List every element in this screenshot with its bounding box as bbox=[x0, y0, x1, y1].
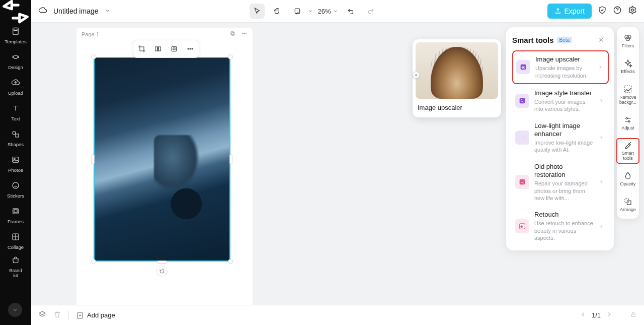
resize-handle-se[interactable] bbox=[228, 259, 233, 264]
nav-text[interactable]: Text bbox=[0, 100, 31, 125]
rail-adjust-label: Adjust bbox=[621, 126, 634, 131]
left-sidebar: Templates Design Upload Text Shapes Phot… bbox=[0, 0, 31, 325]
canvas-image bbox=[94, 57, 230, 262]
crop-image-button[interactable] bbox=[135, 42, 148, 55]
stickers-icon bbox=[11, 181, 20, 192]
crop-dropdown-icon[interactable] bbox=[308, 7, 313, 16]
rail-filters[interactable]: Filters bbox=[617, 31, 639, 51]
tool-image-upscaler[interactable]: 4K Image upscaler Upscale images by incr… bbox=[512, 50, 609, 84]
resize-handle-s[interactable] bbox=[157, 261, 167, 264]
smart-panel-header: Smart tools Beta bbox=[512, 34, 612, 45]
document-title[interactable]: Untitled image bbox=[53, 7, 99, 15]
resize-handle-sw[interactable] bbox=[91, 259, 96, 264]
tool-lowlight[interactable]: Low-light image enhancer Improve low-lig… bbox=[512, 118, 609, 158]
layers-icon[interactable] bbox=[38, 310, 46, 320]
svg-point-16 bbox=[244, 33, 245, 34]
tool-old-photo[interactable]: Old photo restoration Repair your damage… bbox=[512, 159, 609, 206]
hand-tool[interactable] bbox=[270, 4, 285, 19]
zoom-level[interactable]: 26% bbox=[318, 8, 338, 15]
svg-rect-4 bbox=[13, 157, 19, 163]
nav-stickers[interactable]: Stickers bbox=[0, 177, 31, 203]
rail-adjust[interactable]: Adjust bbox=[617, 113, 639, 133]
prev-page-button[interactable] bbox=[580, 311, 587, 320]
page-header: Page 1 bbox=[76, 28, 253, 41]
style-transfer-icon bbox=[515, 94, 529, 108]
nav-photos[interactable]: Photos bbox=[0, 151, 31, 177]
nav-frames[interactable]: Frames bbox=[0, 203, 31, 228]
zoom-value: 26% bbox=[318, 8, 331, 15]
title-zone: Untitled image bbox=[38, 6, 111, 17]
trash-icon[interactable] bbox=[53, 310, 61, 320]
style-transfer-desc: Convert your images into various styles. bbox=[534, 98, 594, 113]
nav-shapes[interactable]: Shapes bbox=[0, 125, 31, 151]
resize-handle-w[interactable] bbox=[92, 154, 95, 164]
svg-point-17 bbox=[246, 33, 246, 34]
page-label: Page 1 bbox=[82, 31, 99, 37]
nav-stickers-label: Stickers bbox=[7, 193, 24, 199]
nav-shapes-label: Shapes bbox=[8, 142, 24, 147]
nav-templates[interactable]: Templates bbox=[0, 23, 31, 48]
upscaler-title: Image upscaler bbox=[535, 55, 593, 63]
svg-rect-18 bbox=[155, 47, 157, 51]
crop-tool[interactable] bbox=[290, 4, 305, 19]
add-page-button[interactable]: Add page bbox=[76, 311, 115, 319]
tool-style-transfer[interactable]: Image style transfer Convert your images… bbox=[512, 85, 609, 117]
rail-opacity-label: Opacity bbox=[620, 182, 636, 187]
next-page-button[interactable] bbox=[606, 311, 613, 320]
nav-design[interactable]: Design bbox=[0, 48, 31, 74]
page-more-icon[interactable] bbox=[241, 30, 248, 39]
rotate-handle[interactable] bbox=[156, 266, 168, 277]
export-button[interactable]: Export bbox=[547, 4, 592, 19]
preview-thumbnail bbox=[416, 42, 498, 99]
title-dropdown-icon[interactable] bbox=[105, 7, 111, 16]
sidebar-toggle[interactable] bbox=[8, 303, 22, 317]
close-panel-button[interactable] bbox=[596, 34, 607, 45]
lock-icon[interactable] bbox=[630, 311, 637, 320]
duplicate-page-icon[interactable] bbox=[229, 30, 236, 39]
rail-opacity[interactable]: Opacity bbox=[617, 169, 639, 189]
rail-effects[interactable]: Effects bbox=[617, 57, 639, 77]
rail-smart-tools[interactable]: Smart tools bbox=[617, 139, 639, 163]
upload-icon bbox=[11, 78, 20, 89]
shield-icon[interactable] bbox=[598, 6, 607, 17]
svg-rect-14 bbox=[231, 32, 234, 35]
lowlight-title: Low-light image enhancer bbox=[534, 122, 594, 139]
templates-icon bbox=[11, 27, 20, 38]
help-icon[interactable] bbox=[613, 6, 622, 17]
svg-point-2 bbox=[13, 132, 16, 135]
svg-rect-3 bbox=[16, 134, 19, 137]
preview-handle-icon[interactable] bbox=[413, 72, 420, 79]
rail-arrange[interactable]: Arrange bbox=[617, 195, 639, 215]
resize-handle-ne[interactable] bbox=[228, 54, 233, 59]
svg-rect-8 bbox=[14, 210, 17, 213]
undo-button[interactable] bbox=[343, 4, 358, 19]
nav-upload[interactable]: Upload bbox=[0, 74, 31, 100]
retouch-title: Retouch bbox=[534, 211, 594, 219]
cloud-sync-icon[interactable] bbox=[38, 6, 47, 17]
more-button[interactable] bbox=[184, 42, 197, 55]
svg-point-25 bbox=[416, 75, 417, 76]
rail-remove-bg[interactable]: Remove backgr... bbox=[617, 83, 639, 107]
resize-handle-e[interactable] bbox=[229, 154, 232, 164]
select-tool[interactable] bbox=[250, 4, 265, 19]
resize-handle-nw[interactable] bbox=[91, 54, 96, 59]
beta-badge: Beta bbox=[557, 37, 573, 43]
nav-brand-kit[interactable]: Brand kit bbox=[0, 254, 31, 280]
flip-button[interactable] bbox=[151, 42, 165, 55]
tool-retouch[interactable]: Retouch Use retouch to enhance beauty in… bbox=[512, 207, 609, 245]
settings-icon[interactable] bbox=[628, 6, 637, 17]
rail-filters-label: Filters bbox=[622, 44, 634, 49]
app-logo[interactable] bbox=[0, 0, 31, 23]
nav-collage-label: Collage bbox=[8, 245, 24, 250]
selected-image[interactable] bbox=[94, 57, 230, 262]
collage-icon bbox=[11, 232, 20, 243]
nav-collage[interactable]: Collage bbox=[0, 228, 31, 254]
frame-fill-button[interactable] bbox=[168, 42, 181, 55]
add-page-label: Add page bbox=[87, 311, 115, 319]
svg-point-24 bbox=[192, 48, 193, 49]
smart-tool-list: 4K Image upscaler Upscale images by incr… bbox=[512, 50, 612, 245]
center-toolbar: 26% bbox=[250, 4, 378, 19]
text-icon bbox=[11, 104, 20, 115]
right-rail: Filters Effects Remove backgr... Adjust … bbox=[617, 27, 639, 219]
redo-button[interactable] bbox=[363, 4, 378, 19]
